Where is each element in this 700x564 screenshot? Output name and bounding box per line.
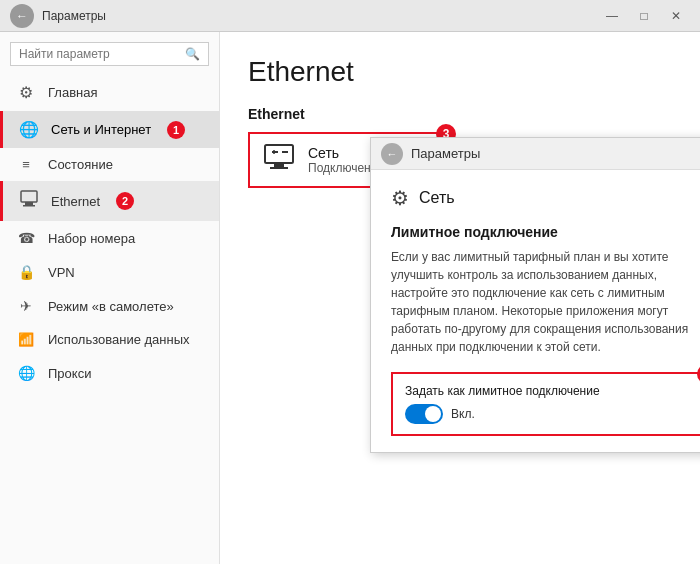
window-content: 🔍 ⚙ Главная 🌐 Сеть и Интернет 1 ≡ Состо xyxy=(0,32,700,564)
network-name: Сеть xyxy=(308,145,377,161)
sidebar-item-datausage-label: Использование данных xyxy=(48,332,190,347)
search-icon: 🔍 xyxy=(185,47,200,61)
proxy-icon: 🌐 xyxy=(16,365,36,381)
sub-section-title: Сеть xyxy=(419,189,455,207)
sidebar-item-status-label: Состояние xyxy=(48,157,113,172)
sidebar-item-home-label: Главная xyxy=(48,85,97,100)
search-box[interactable]: 🔍 xyxy=(10,42,209,66)
toggle-area: Вкл. xyxy=(405,404,600,424)
svg-rect-4 xyxy=(274,163,284,167)
limited-connection-desc: Если у вас лимитный тарифный план и вы х… xyxy=(391,248,700,356)
datausage-icon: 📶 xyxy=(16,332,36,347)
sub-title-bar: ← Параметры xyxy=(371,138,700,170)
sidebar-item-proxy-label: Прокси xyxy=(48,366,91,381)
badge-2: 2 xyxy=(116,192,134,210)
sidebar-navigation: ⚙ Главная 🌐 Сеть и Интернет 1 ≡ Состояни… xyxy=(0,74,219,564)
main-content: Ethernet Ethernet Сеть Подключе xyxy=(220,32,700,564)
status-icon: ≡ xyxy=(16,157,36,172)
ethernet-icon xyxy=(19,190,39,212)
toggle-on-text: Вкл. xyxy=(451,407,475,421)
sub-gear-icon: ⚙ xyxy=(391,186,409,210)
network-icon: 🌐 xyxy=(19,120,39,139)
maximize-button[interactable]: □ xyxy=(630,4,658,28)
sidebar-item-airplane[interactable]: ✈ Режим «в самолете» xyxy=(0,289,219,323)
toggle-row: Задать как лимитное подключение Вкл. 4 xyxy=(391,372,700,436)
badge-1: 1 xyxy=(167,121,185,139)
sidebar-item-vpn-label: VPN xyxy=(48,265,75,280)
sub-window-content: ⚙ Сеть Лимитное подключение Если у вас л… xyxy=(371,170,700,452)
sidebar-item-vpn[interactable]: 🔒 VPN xyxy=(0,255,219,289)
sidebar-item-dialup[interactable]: ☎ Набор номера xyxy=(0,221,219,255)
sub-window: ← Параметры ⚙ Сеть Лимитное подключение … xyxy=(370,137,700,453)
svg-rect-2 xyxy=(23,205,35,207)
toggle-label: Задать как лимитное подключение xyxy=(405,384,600,398)
sub-window-title: Параметры xyxy=(411,146,480,161)
svg-rect-1 xyxy=(25,202,33,205)
toggle-column: Задать как лимитное подключение Вкл. xyxy=(405,384,600,424)
limited-connection-title: Лимитное подключение xyxy=(391,224,700,240)
sidebar: 🔍 ⚙ Главная 🌐 Сеть и Интернет 1 ≡ Состо xyxy=(0,32,220,564)
title-bar-title: Параметры xyxy=(42,9,106,23)
main-window: ← Параметры — □ ✕ 🔍 ⚙ Главная xyxy=(0,0,700,564)
sidebar-item-datausage[interactable]: 📶 Использование данных xyxy=(0,323,219,356)
toggle-switch[interactable] xyxy=(405,404,443,424)
airplane-icon: ✈ xyxy=(16,298,36,314)
sidebar-item-network[interactable]: 🌐 Сеть и Интернет 1 xyxy=(0,111,219,148)
section-title: Ethernet xyxy=(248,106,672,122)
vpn-icon: 🔒 xyxy=(16,264,36,280)
page-title: Ethernet xyxy=(248,56,672,88)
svg-rect-0 xyxy=(21,191,37,202)
search-input[interactable] xyxy=(19,47,179,61)
title-bar-left: ← Параметры xyxy=(10,4,106,28)
sub-section-header: ⚙ Сеть xyxy=(391,186,700,210)
title-bar-back-button[interactable]: ← xyxy=(10,4,34,28)
title-bar-controls: — □ ✕ xyxy=(598,4,690,28)
network-info: Сеть Подключено xyxy=(308,145,377,175)
sidebar-item-status[interactable]: ≡ Состояние xyxy=(0,148,219,181)
sidebar-item-dialup-label: Набор номера xyxy=(48,231,135,246)
home-icon: ⚙ xyxy=(16,83,36,102)
sidebar-item-airplane-label: Режим «в самолете» xyxy=(48,299,174,314)
network-status: Подключено xyxy=(308,161,377,175)
network-monitor-icon xyxy=(264,144,296,176)
sub-back-button[interactable]: ← xyxy=(381,143,403,165)
close-button[interactable]: ✕ xyxy=(662,4,690,28)
dialup-icon: ☎ xyxy=(16,230,36,246)
sidebar-item-ethernet[interactable]: Ethernet 2 xyxy=(0,181,219,221)
sidebar-item-network-label: Сеть и Интернет xyxy=(51,122,151,137)
sidebar-item-home[interactable]: ⚙ Главная xyxy=(0,74,219,111)
svg-rect-5 xyxy=(270,167,288,169)
sidebar-item-proxy[interactable]: 🌐 Прокси xyxy=(0,356,219,390)
svg-rect-3 xyxy=(265,145,293,163)
title-bar: ← Параметры — □ ✕ xyxy=(0,0,700,32)
minimize-button[interactable]: — xyxy=(598,4,626,28)
sidebar-item-ethernet-label: Ethernet xyxy=(51,194,100,209)
